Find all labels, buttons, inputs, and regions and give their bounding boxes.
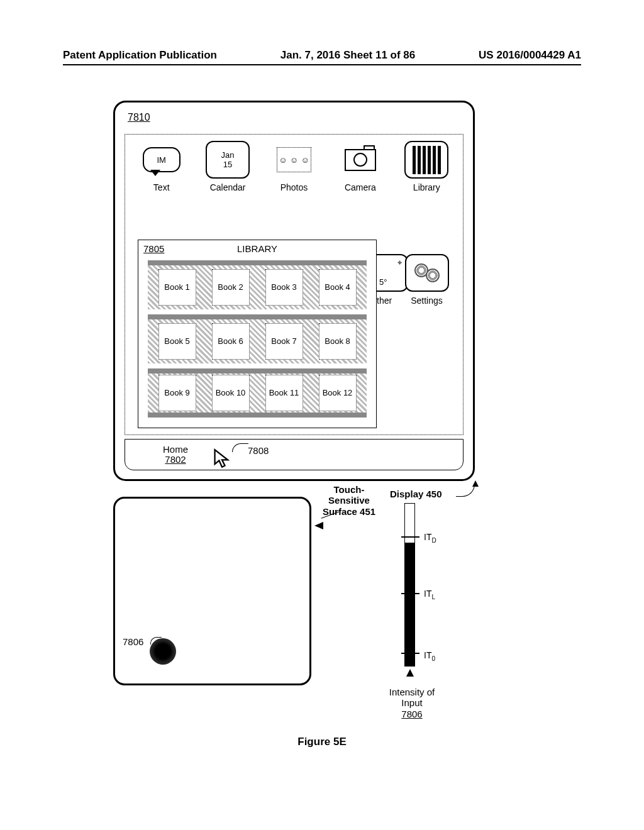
app-photos[interactable]: ☺ ☺ ☺ Photos: [264, 141, 324, 192]
book-item[interactable]: Book 4: [319, 269, 357, 306]
settings-icon: [405, 254, 449, 292]
ref-7808: 7808: [248, 445, 269, 456]
home-screen: IM Text Jan 15 Calendar ☺ ☺ ☺: [125, 134, 464, 435]
smiley-icon: ☺: [301, 155, 309, 165]
book-item[interactable]: Book 2: [212, 269, 250, 306]
shelf-row: Book 1 Book 2 Book 3 Book 4: [148, 260, 367, 309]
app-camera[interactable]: Camera: [330, 141, 390, 192]
tick-mark: [401, 536, 419, 538]
header-rule: [63, 64, 581, 65]
header-left: Patent Application Publication: [63, 49, 217, 62]
book-item[interactable]: Book 6: [212, 323, 250, 360]
header-right: US 2016/0004429 A1: [479, 49, 581, 62]
smiley-icon: ☺: [279, 155, 287, 165]
figure-caption: Figure 5E: [0, 736, 644, 748]
tick-mark: [401, 653, 419, 654]
book-item[interactable]: Book 1: [158, 269, 196, 306]
touch-contact-point: [150, 638, 176, 665]
app-label: Photos: [280, 182, 308, 192]
book-item[interactable]: Book 5: [158, 323, 196, 360]
tick-label-itl: ITL: [424, 589, 435, 600]
app-label: Text: [153, 182, 170, 192]
app-calendar[interactable]: Jan 15 Calendar: [198, 141, 258, 192]
dock: Home 7802 7808: [125, 439, 464, 470]
arrow-icon: [314, 522, 323, 529]
book-item[interactable]: Book 3: [265, 269, 303, 306]
app-label: Calendar: [210, 182, 246, 192]
cursor-icon: [213, 448, 231, 468]
tick-label-it0: IT0: [424, 650, 435, 662]
library-title: LIBRARY: [138, 243, 376, 254]
page-header: Patent Application Publication Jan. 7, 2…: [0, 49, 644, 62]
book-item[interactable]: Book 12: [319, 375, 357, 411]
library-icon: [404, 141, 448, 179]
tick-mark: [401, 593, 419, 594]
photos-icon: ☺ ☺ ☺: [272, 141, 316, 179]
intensity-bar: [404, 503, 415, 667]
book-item[interactable]: Book 8: [319, 323, 357, 360]
label-intensity: Intensity ofInput7806: [377, 687, 447, 719]
arrow-icon: [406, 669, 414, 677]
app-library[interactable]: Library: [397, 141, 457, 192]
library-preview-popup[interactable]: 7805 LIBRARY Book 1 Book 2 Book 3 Book 4…: [138, 240, 377, 428]
app-label: Library: [413, 182, 440, 192]
ref-7810: 7810: [128, 112, 150, 123]
calendar-icon: Jan 15: [206, 141, 250, 179]
app-label: Camera: [345, 182, 376, 192]
bookshelf: Book 1 Book 2 Book 3 Book 4 Book 5 Book …: [148, 258, 367, 420]
intensity-fill: [405, 543, 414, 666]
shelf-row: Book 5 Book 6 Book 7 Book 8: [148, 314, 367, 363]
smiley-icon: ☺: [290, 155, 298, 165]
app-label: Settings: [411, 296, 443, 306]
cal-day: 15: [223, 160, 232, 169]
label-touch-surface: Touch-SensitiveSurface 451: [321, 484, 377, 517]
book-item[interactable]: Book 9: [158, 375, 196, 411]
header-center: Jan. 7, 2016 Sheet 11 of 86: [280, 49, 416, 62]
book-item[interactable]: Book 10: [212, 375, 250, 411]
touch-sensitive-surface[interactable]: 7806: [113, 497, 311, 685]
home-label-num: 7802: [165, 454, 186, 465]
tick-label-itd: ITD: [424, 532, 436, 544]
app-settings[interactable]: Settings: [397, 254, 457, 306]
leader-line: [232, 443, 248, 452]
home-button[interactable]: Home 7802: [163, 445, 188, 465]
im-icon: IM: [140, 141, 184, 179]
book-item[interactable]: Book 7: [265, 323, 303, 360]
arrow-icon: [472, 480, 479, 487]
weather-temp: 5°: [379, 277, 387, 287]
shelf-row: Book 9 Book 10 Book 11 Book 12: [148, 368, 367, 418]
cal-month: Jan: [221, 150, 235, 160]
im-text: IM: [157, 155, 165, 165]
book-item[interactable]: Book 11: [265, 375, 303, 411]
ref-7806: 7806: [123, 636, 143, 647]
camera-icon: [338, 141, 382, 179]
gear-icon: [426, 268, 440, 282]
label-display: Display 450: [390, 489, 442, 499]
app-row-2-right: Settings: [397, 254, 457, 306]
home-label-text: Home: [163, 444, 188, 455]
app-text[interactable]: IM Text: [131, 141, 191, 192]
display-frame: 7810 IM Text Jan 15 Calendar: [113, 101, 475, 481]
app-row-1: IM Text Jan 15 Calendar ☺ ☺ ☺: [125, 135, 463, 196]
